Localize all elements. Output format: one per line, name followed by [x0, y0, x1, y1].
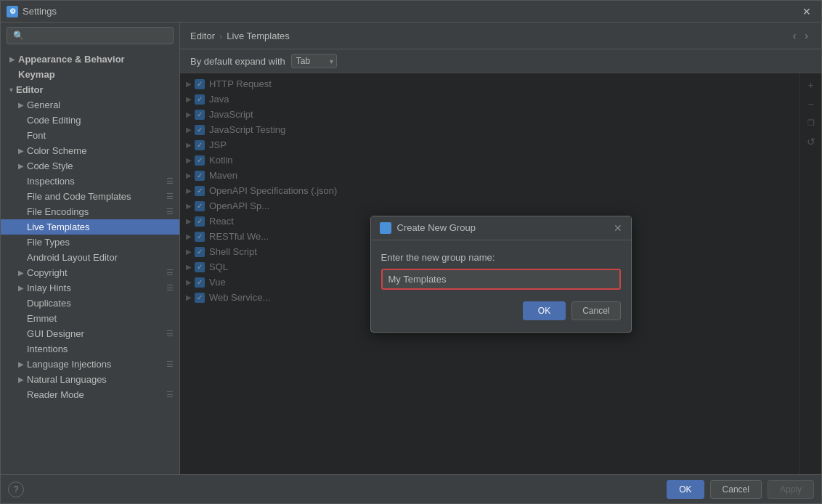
dialog-ok-button[interactable]: OK: [523, 301, 566, 320]
sidebar-item-code-editing[interactable]: ▶ Code Editing: [1, 113, 179, 128]
sidebar-item-android-layout-editor[interactable]: ▶ Android Layout Editor: [1, 250, 179, 265]
search-box[interactable]: [7, 27, 174, 44]
apply-button[interactable]: Apply: [768, 480, 814, 499]
window-title: Settings: [23, 6, 798, 17]
search-input[interactable]: [13, 31, 167, 41]
breadcrumb-live-templates: Live Templates: [227, 31, 289, 41]
toolbar-row: By default expand with Tab Enter Space: [180, 49, 821, 73]
sidebar-item-code-style[interactable]: ▶ Code Style: [1, 158, 179, 174]
sidebar: ▶ Appearance & Behavior ▶ Keymap ▾ Edito…: [1, 23, 180, 474]
bottom-buttons: OK Cancel Apply: [667, 480, 814, 499]
sidebar-item-color-scheme[interactable]: ▶ Color Scheme: [1, 143, 179, 158]
sidebar-item-natural-languages[interactable]: ▶ Natural Languages: [1, 372, 179, 387]
settings-page-icon: ☰: [166, 283, 174, 293]
breadcrumb-nav: ‹ ›: [790, 28, 811, 43]
expand-select-wrapper: Tab Enter Space: [291, 54, 337, 68]
sidebar-tree: ▶ Appearance & Behavior ▶ Keymap ▾ Edito…: [1, 49, 179, 474]
sidebar-item-inspections[interactable]: ▶ Inspections ☰: [1, 174, 179, 189]
group-name-input[interactable]: [383, 270, 619, 288]
sidebar-item-intentions[interactable]: ▶ Intentions: [1, 341, 179, 357]
close-button[interactable]: ✕: [798, 4, 815, 19]
settings-page-icon: ☰: [166, 329, 174, 338]
settings-page-icon: ☰: [166, 207, 174, 216]
help-button[interactable]: ?: [8, 481, 24, 497]
settings-page-icon: ☰: [166, 390, 174, 399]
settings-page-icon: ☰: [166, 359, 174, 369]
settings-page-icon: ☰: [166, 268, 174, 277]
templates-area: ▶ HTTP Request ▶ Java ▶ JavaScript: [180, 73, 821, 474]
arrow-icon: ▶: [18, 360, 24, 368]
settings-page-icon: ☰: [166, 176, 174, 186]
expand-label: By default expand with: [190, 56, 285, 67]
sidebar-item-file-code-templates[interactable]: ▶ File and Code Templates ☰: [1, 189, 179, 204]
sidebar-item-font[interactable]: ▶ Font: [1, 128, 179, 143]
dialog-app-icon: [380, 222, 391, 234]
breadcrumb: Editor › Live Templates ‹ ›: [180, 23, 821, 49]
sidebar-item-general[interactable]: ▶ General: [1, 97, 179, 113]
cancel-button[interactable]: Cancel: [710, 480, 762, 499]
sidebar-item-language-injections[interactable]: ▶ Language Injections ☰: [1, 357, 179, 372]
breadcrumb-editor: Editor: [190, 31, 215, 41]
sidebar-item-keymap[interactable]: ▶ Keymap: [1, 67, 179, 82]
sidebar-item-reader-mode[interactable]: ▶ Reader Mode ☰: [1, 387, 179, 402]
sidebar-item-duplicates[interactable]: ▶ Duplicates: [1, 296, 179, 311]
arrow-icon: ▶: [9, 55, 15, 63]
dialog-body: Enter the new group name: OK Cancel: [371, 240, 631, 332]
main-panel: Editor › Live Templates ‹ › By default e…: [180, 23, 821, 474]
arrow-icon: ▾: [9, 86, 13, 94]
title-bar: ⚙ Settings ✕: [1, 1, 821, 23]
breadcrumb-separator: ›: [219, 31, 222, 41]
bottom-bar: ? OK Cancel Apply: [1, 474, 821, 503]
sidebar-item-copyright[interactable]: ▶ Copyright ☰: [1, 265, 179, 280]
arrow-icon: ▶: [18, 284, 24, 292]
sidebar-item-editor[interactable]: ▾ Editor: [1, 82, 179, 97]
nav-back-button[interactable]: ‹: [790, 28, 799, 43]
expand-select[interactable]: Tab Enter Space: [291, 54, 337, 68]
content-area: ▶ Appearance & Behavior ▶ Keymap ▾ Edito…: [1, 23, 821, 474]
arrow-icon: ▶: [18, 147, 24, 155]
dialog-overlay: Create New Group ✕ Enter the new group n…: [180, 73, 821, 474]
arrow-icon: ▶: [18, 269, 24, 277]
arrow-icon: ▶: [18, 162, 24, 170]
dialog-cancel-button[interactable]: Cancel: [571, 301, 620, 320]
sidebar-item-inlay-hints[interactable]: ▶ Inlay Hints ☰: [1, 280, 179, 296]
sidebar-item-live-templates[interactable]: ▶ Live Templates: [1, 219, 179, 235]
dialog-title-bar: Create New Group ✕: [371, 216, 631, 240]
app-icon: ⚙: [7, 6, 18, 17]
settings-window: ⚙ Settings ✕ ▶ Appearance & Behavior ▶ K…: [0, 0, 822, 504]
create-group-dialog: Create New Group ✕ Enter the new group n…: [370, 216, 632, 333]
settings-page-icon: ☰: [166, 192, 174, 201]
dialog-label: Enter the new group name:: [381, 252, 621, 263]
arrow-icon: ▶: [18, 101, 24, 109]
dialog-input-wrapper: [381, 269, 621, 290]
arrow-icon: ▶: [18, 375, 24, 383]
ok-button[interactable]: OK: [667, 480, 704, 499]
dialog-title: Create New Group: [397, 222, 614, 233]
sidebar-item-gui-designer[interactable]: ▶ GUI Designer ☰: [1, 326, 179, 341]
sidebar-item-file-encodings[interactable]: ▶ File Encodings ☰: [1, 204, 179, 219]
dialog-close-button[interactable]: ✕: [614, 222, 622, 234]
nav-forward-button[interactable]: ›: [802, 28, 811, 43]
sidebar-item-appearance[interactable]: ▶ Appearance & Behavior: [1, 52, 179, 67]
sidebar-item-emmet[interactable]: ▶ Emmet: [1, 311, 179, 326]
dialog-buttons: OK Cancel: [381, 301, 621, 320]
sidebar-item-file-types[interactable]: ▶ File Types: [1, 235, 179, 250]
